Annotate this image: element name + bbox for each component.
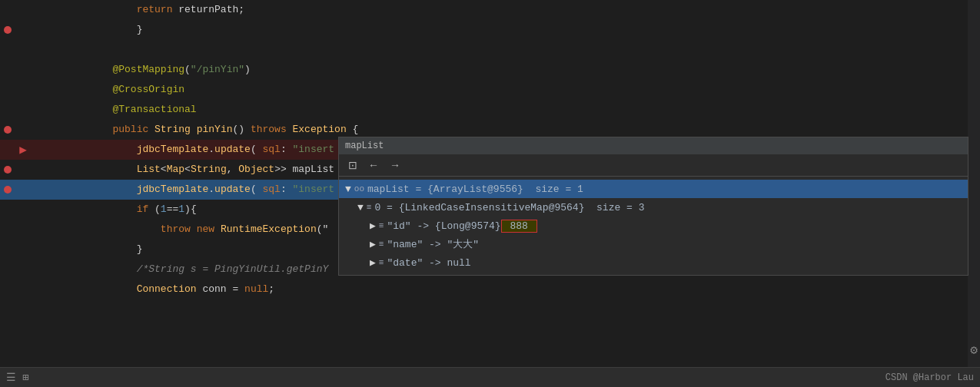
bottom-right-text: CSDN @Harbor Lau — [885, 372, 974, 383]
breakpoint-dot-9 — [4, 166, 12, 174]
popup-title: mapList — [345, 141, 384, 151]
debug-item-date[interactable]: ▶ ≡ "date" -> null — [339, 253, 968, 272]
copy-button[interactable]: ⊡ — [345, 157, 360, 173]
debug-item-0[interactable]: ▼ ≡ 0 = {LinkedCaseInsensitiveMap@9564} … — [339, 198, 968, 217]
code-line-15: Connection conn = null; — [0, 280, 980, 299]
popup-toolbar: ⊡ ← → — [339, 154, 968, 177]
debug-item-text-name: "name" -> "大大" — [387, 237, 479, 251]
expand-icon-id: ▶ — [370, 220, 376, 232]
bottom-icon-1: ☰ — [6, 371, 16, 384]
debug-item-root[interactable]: ▼ oo mapList = {ArrayList@9556} size = 1 — [339, 180, 968, 198]
bottom-left-icons: ☰ ⊞ — [6, 371, 28, 384]
var-type-icon-id: ≡ — [379, 221, 384, 230]
expand-icon-0: ▼ — [357, 202, 364, 213]
breakpoint-dot-2 — [4, 26, 12, 34]
breakpoint-area-10 — [0, 186, 15, 194]
debug-item-text-date: "date" -> null — [387, 257, 470, 269]
editor-area: return returnPath; } — [0, 0, 980, 387]
popup-body: ▼ oo mapList = {ArrayList@9556} size = 1… — [339, 177, 968, 275]
right-panel: ⚙ — [968, 0, 980, 387]
breakpoint-area-9 — [0, 166, 15, 174]
code-line-2: } — [0, 20, 980, 40]
var-type-icon-root: oo — [354, 184, 364, 194]
id-value-highlight: 888 — [501, 220, 537, 233]
breakpoint-dot-7 — [4, 126, 12, 134]
debug-item-text-root: mapList = {ArrayList@9556} size = 1 — [367, 184, 583, 195]
var-type-icon-name: ≡ — [379, 240, 384, 249]
debug-popup: mapList ⊡ ← → ▼ oo mapList = {ArrayList@… — [338, 137, 968, 276]
expand-icon-root: ▼ — [345, 184, 351, 195]
back-button[interactable]: ← — [365, 157, 382, 173]
arrow-area-8: ▶ — [15, 142, 31, 157]
bottom-icon-2: ⊞ — [22, 371, 28, 384]
settings-icon[interactable]: ⚙ — [970, 342, 978, 358]
bottom-status-bar: ☰ ⊞ CSDN @Harbor Lau — [0, 367, 980, 387]
debug-item-id[interactable]: ▶ ≡ "id" -> {Long@9574} 888 — [339, 217, 968, 235]
popup-header: mapList — [339, 137, 968, 154]
expand-icon-date: ▶ — [370, 256, 376, 269]
debug-item-text-id: "id" -> {Long@9574} — [387, 220, 500, 232]
breakpoint-dot-10 — [4, 186, 12, 194]
debug-item-name[interactable]: ▶ ≡ "name" -> "大大" — [339, 235, 968, 253]
var-type-icon-0: ≡ — [367, 203, 372, 212]
breakpoint-area-2 — [0, 26, 15, 34]
breakpoint-area-7 — [0, 126, 15, 134]
forward-button[interactable]: → — [387, 157, 404, 173]
expand-icon-name: ▶ — [370, 238, 376, 250]
code-container: return returnPath; } — [0, 0, 980, 367]
var-type-icon-date: ≡ — [379, 258, 384, 267]
debug-item-text-0: 0 = {LinkedCaseInsensitiveMap@9564} size… — [374, 202, 644, 213]
